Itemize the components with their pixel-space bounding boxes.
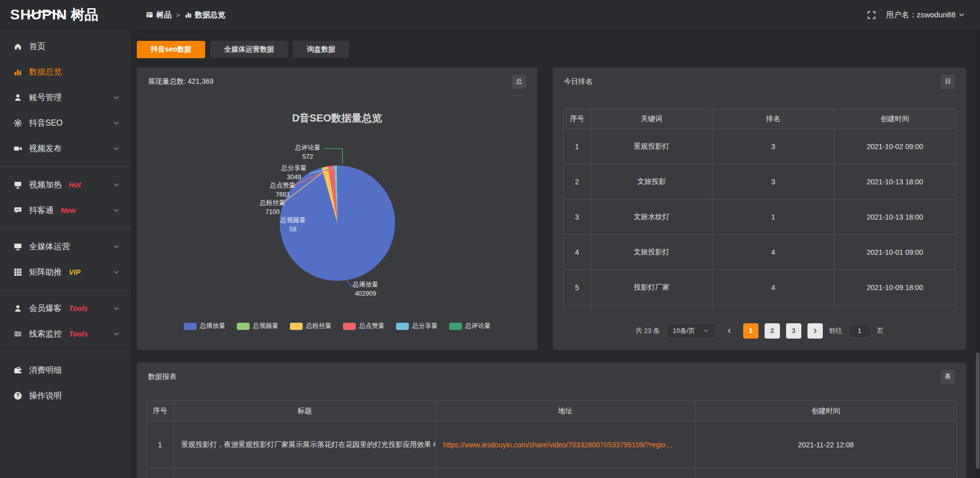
video-link[interactable]: https://www.iesdouyin.com/share/video/70… bbox=[435, 421, 695, 468]
page-button-3[interactable]: 3 bbox=[786, 323, 801, 339]
monitor-icon bbox=[13, 242, 22, 251]
pie-chart: D音SEO数据量总览 总评论量572 总分享量3049 总点赞量7681 bbox=[137, 96, 537, 349]
goto-label: 前往 bbox=[829, 326, 842, 336]
legend-item[interactable]: 总分享量 bbox=[396, 322, 438, 330]
chart-title: D音SEO数据量总览 bbox=[137, 111, 537, 125]
report-table: 序号 标题 地址 创建时间 1 景观投影灯，夜游景观投影灯厂家展示展示落花灯在花… bbox=[146, 400, 957, 478]
sidebar-item-home[interactable]: 首页 bbox=[0, 34, 131, 59]
next-page-button[interactable] bbox=[807, 323, 823, 339]
table-row-clipped bbox=[146, 468, 957, 478]
page-button-1[interactable]: 1 bbox=[743, 323, 758, 339]
sidebar-item-media-operation[interactable]: 全媒体运营 bbox=[0, 234, 131, 259]
logo-arc bbox=[27, 10, 63, 18]
table-row: 4文旅投影灯42021-10-01 09:00 bbox=[564, 235, 956, 270]
sidebar-item-member-tools[interactable]: 会员爆客 Tools bbox=[0, 296, 131, 321]
goto-page-input[interactable] bbox=[848, 324, 871, 338]
user-menu[interactable]: 用户名：zswodun88 bbox=[886, 10, 965, 20]
member-icon bbox=[13, 304, 22, 313]
page-scrollbar[interactable] bbox=[975, 30, 980, 478]
chevron-down-icon bbox=[113, 207, 119, 213]
sidebar-item-data-overview[interactable]: 数据总览 bbox=[0, 59, 131, 85]
table-row: 1景观投影灯32021-10-02 09:00 bbox=[564, 129, 956, 164]
badge-tools: Tools bbox=[69, 304, 88, 313]
chevron-down-icon bbox=[703, 328, 709, 333]
tab-media-operation[interactable]: 全媒体运营数据 bbox=[210, 41, 288, 58]
pie-label-videos: 总视频量58 bbox=[280, 216, 306, 234]
table-row: 5投影灯厂家42021-10-09 18:00 bbox=[564, 270, 956, 305]
logo: SHUPIN 树品 bbox=[0, 8, 131, 22]
sidebar-divider bbox=[0, 290, 131, 291]
badge-hot: Hot bbox=[69, 181, 81, 189]
rank-panel-title: 今日排名 bbox=[564, 77, 593, 86]
chevron-down-icon bbox=[113, 305, 119, 312]
sidebar-divider bbox=[0, 352, 131, 352]
sidebar-item-help[interactable]: ? 操作说明 bbox=[0, 383, 131, 409]
legend-swatch bbox=[184, 323, 197, 330]
sidebar-item-doketong[interactable]: 抖客通 New bbox=[0, 198, 131, 223]
sidebar-divider bbox=[0, 166, 131, 167]
sidebar-item-lead-monitor[interactable]: 线索监控 Tools bbox=[0, 321, 131, 347]
chevron-down-icon bbox=[113, 269, 119, 275]
day-toggle-button[interactable]: 日 bbox=[941, 75, 955, 89]
table-toggle-button[interactable]: 表 bbox=[941, 370, 955, 384]
badge-vip: VIP bbox=[69, 268, 81, 276]
chevron-down-icon bbox=[113, 146, 119, 152]
pie-label-comments: 总评论量572 bbox=[295, 143, 321, 161]
sidebar-divider bbox=[0, 228, 131, 229]
pie-label-shares: 总分享量3049 bbox=[281, 163, 307, 182]
prev-page-button[interactable] bbox=[722, 323, 737, 339]
breadcrumb-separator: > bbox=[176, 11, 180, 19]
help-circle-icon: ? bbox=[13, 391, 22, 400]
home-icon bbox=[13, 42, 22, 51]
table-row: 2文旅投影32021-10-13 18:00 bbox=[564, 164, 956, 200]
wallet-icon bbox=[13, 366, 22, 375]
report-panel-title: 数据报表 bbox=[148, 372, 177, 381]
table-row: 1 景观投影灯，夜游景观投影灯厂家展示展示落花灯在花园里的灯光投影应用效果 # … bbox=[146, 421, 957, 468]
video-title: 景观投影灯，夜游景观投影灯厂家展示展示落花灯在花园里的灯光投影应用效果 # bbox=[174, 421, 435, 468]
fullscreen-icon[interactable] bbox=[867, 11, 876, 19]
main-content: 抖音seo数据 全媒体运营数据 询盘数据 展现量总数: 421,369 总 D音… bbox=[131, 0, 980, 478]
table-row: 3文旅水纹灯12021-10-13 18:00 bbox=[564, 200, 956, 235]
table-header-row: 序号 关键词 排名 创建时间 bbox=[564, 109, 956, 129]
legend-item[interactable]: 总播放量 bbox=[184, 322, 226, 330]
video-camera-icon bbox=[13, 144, 22, 153]
total-toggle-button[interactable]: 总 bbox=[512, 75, 526, 89]
table-header-row: 序号 标题 地址 创建时间 bbox=[146, 401, 957, 421]
breadcrumb-item-current[interactable]: 数据总览 bbox=[185, 10, 226, 20]
user-icon bbox=[13, 93, 22, 102]
legend-swatch bbox=[396, 323, 409, 330]
legend-item[interactable]: 总粉丝量 bbox=[290, 322, 332, 330]
badge-tools: Tools bbox=[69, 330, 88, 338]
tab-douyin-seo[interactable]: 抖音seo数据 bbox=[137, 41, 205, 58]
page-size-select[interactable]: 10条/页 bbox=[666, 323, 716, 339]
topbar: SHUPIN 树品 树品 > 数据总览 用户名：zswodun88 bbox=[0, 0, 980, 30]
sidebar: 首页 数据总览 账号管理 抖音SEO 视频发布 视频加热 Hot 抖客通 New… bbox=[0, 30, 131, 478]
tab-inquiry[interactable]: 询盘数据 bbox=[293, 41, 349, 58]
chevron-down-icon bbox=[113, 94, 119, 101]
chevron-right-icon bbox=[812, 328, 818, 334]
legend-swatch bbox=[237, 323, 250, 330]
sidebar-item-video-heat[interactable]: 视频加热 Hot bbox=[0, 172, 131, 198]
chart-legend: 总播放量 总视频量 总粉丝量 总点赞量 总分享量 总评论量 bbox=[137, 322, 537, 330]
report-panel: 数据报表 表 序号 标题 地址 创建时间 1 景观投影灯，夜游景观投影灯厂家展示… bbox=[137, 363, 966, 478]
sidebar-item-spend-detail[interactable]: 消费明细 bbox=[0, 357, 131, 383]
chart-panel: 展现量总数: 421,369 总 D音SEO数据量总览 总评论量572 总分享量… bbox=[137, 67, 537, 350]
chevron-down-icon bbox=[959, 12, 965, 18]
sidebar-item-matrix-boost[interactable]: 矩阵助推 VIP bbox=[0, 259, 131, 285]
legend-item[interactable]: 总点赞量 bbox=[343, 322, 385, 330]
page-button-2[interactable]: 2 bbox=[765, 323, 780, 339]
pie-label-likes: 总点赞量7681 bbox=[270, 181, 296, 199]
app-window-icon bbox=[146, 11, 153, 18]
legend-item[interactable]: 总视频量 bbox=[237, 322, 279, 330]
rank-panel: 今日排名 日 序号 关键词 排名 创建时间 1景观投影灯32021-10-02 … bbox=[553, 67, 966, 350]
pagination: 共 23 条 10条/页 1 2 3 前往 页 bbox=[563, 323, 956, 339]
scrollbar-thumb[interactable] bbox=[976, 352, 979, 469]
breadcrumb-item-home[interactable]: 树品 bbox=[146, 10, 172, 20]
logo-text-cn: 树品 bbox=[71, 8, 99, 22]
svg-text:?: ? bbox=[16, 393, 19, 398]
sidebar-item-douyin-seo[interactable]: 抖音SEO bbox=[0, 110, 131, 136]
legend-swatch bbox=[290, 323, 303, 330]
legend-item[interactable]: 总评论量 bbox=[449, 322, 491, 330]
sidebar-item-account[interactable]: 账号管理 bbox=[0, 85, 131, 110]
sidebar-item-video-publish[interactable]: 视频发布 bbox=[0, 136, 131, 161]
